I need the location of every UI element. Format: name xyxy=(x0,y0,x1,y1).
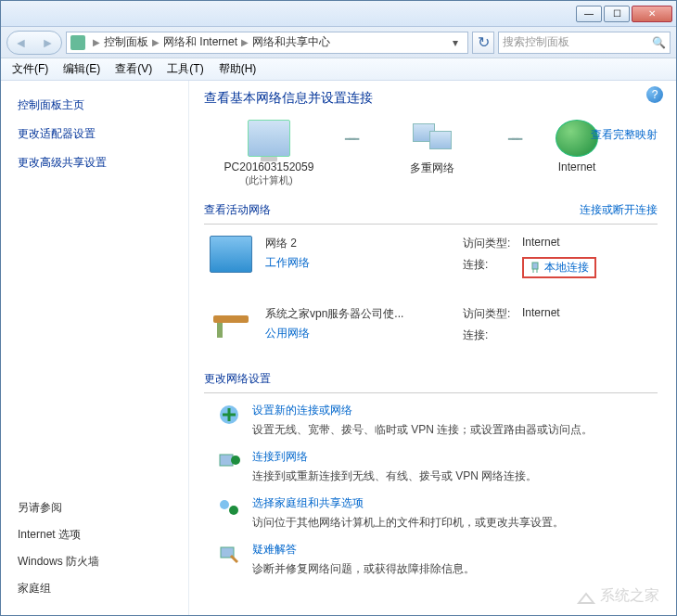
forward-icon[interactable]: ► xyxy=(42,35,55,50)
map-pc-name: PC201603152059 xyxy=(204,160,334,173)
menu-view[interactable]: 查看(V) xyxy=(109,59,158,79)
network-map: 查看完整映射 PC201603152059 (此计算机) ━━━ 多重网络 ━━… xyxy=(204,120,658,187)
help-icon[interactable]: ? xyxy=(646,86,663,103)
connect-network-icon xyxy=(217,449,241,473)
svg-point-6 xyxy=(220,500,229,509)
sidebar-link-sharing[interactable]: 更改高级共享设置 xyxy=(18,155,181,171)
access-type-label: 访问类型: xyxy=(463,236,522,251)
maximize-button[interactable]: ☐ xyxy=(604,6,630,22)
connection-label: 连接: xyxy=(463,257,522,278)
body: 控制面板主页 更改适配器设置 更改高级共享设置 另请参阅 Internet 选项… xyxy=(1,81,676,615)
troubleshoot-icon xyxy=(217,542,241,566)
change-settings-heading: 更改网络设置 xyxy=(204,366,658,393)
breadcrumb-item[interactable]: 控制面板 xyxy=(104,34,148,50)
setting-label: 设置新的连接或网络 xyxy=(252,403,593,418)
connection-label: 连接: xyxy=(463,327,522,343)
map-internet-label: Internet xyxy=(530,160,623,173)
network-icon xyxy=(210,236,252,273)
setting-label: 连接到网络 xyxy=(252,449,537,465)
setting-desc: 设置无线、宽带、拨号、临时或 VPN 连接；或设置路由器或访问点。 xyxy=(252,422,593,438)
see-also-homegroup[interactable]: 家庭组 xyxy=(18,581,181,597)
breadcrumb-icon xyxy=(70,35,85,50)
ethernet-icon xyxy=(530,262,541,275)
setting-label: 疑难解答 xyxy=(252,542,475,558)
search-icon: 🔍 xyxy=(652,36,666,49)
homegroup-icon xyxy=(217,495,241,520)
menu-edit[interactable]: 编辑(E) xyxy=(57,59,106,79)
setting-desc: 访问位于其他网络计算机上的文件和打印机，或更改共享设置。 xyxy=(252,515,564,531)
network-row: 网络 2 工作网络 访问类型:Internet 连接: 本地连接 xyxy=(204,225,658,295)
nav-back-forward[interactable]: ◄► xyxy=(6,31,62,55)
setting-desc: 诊断并修复网络问题，或获得故障排除信息。 xyxy=(252,561,475,577)
map-pc-sub: (此计算机) xyxy=(204,173,334,187)
breadcrumb-item[interactable]: 网络和 Internet xyxy=(163,34,237,50)
network-name: 网络 2 xyxy=(265,236,463,251)
main-panel: ? 查看基本网络信息并设置连接 查看完整映射 PC201603152059 (此… xyxy=(188,81,676,615)
new-connection-icon xyxy=(217,403,241,427)
watermark: 系统之家 xyxy=(576,586,659,606)
page-heading: 查看基本网络信息并设置连接 xyxy=(204,90,658,107)
connection-value xyxy=(522,327,658,343)
close-button[interactable]: ✕ xyxy=(632,6,672,22)
sidebar: 控制面板主页 更改适配器设置 更改高级共享设置 另请参阅 Internet 选项… xyxy=(1,81,188,615)
multi-network-icon xyxy=(411,120,453,157)
connect-disconnect-link[interactable]: 连接或断开连接 xyxy=(580,202,658,218)
menu-file[interactable]: 文件(F) xyxy=(6,59,54,79)
network-type-link[interactable]: 公用网络 xyxy=(265,327,310,340)
network-type-link[interactable]: 工作网络 xyxy=(265,256,310,269)
network-row: 系统之家vpn服务器公司使... 公用网络 访问类型:Internet 连接: xyxy=(204,295,658,360)
watermark-text: 系统之家 xyxy=(600,586,659,606)
minimize-button[interactable]: — xyxy=(576,6,602,22)
setting-connect-network[interactable]: 连接到网络连接到或重新连接到无线、有线、拨号或 VPN 网络连接。 xyxy=(204,440,658,486)
computer-icon xyxy=(248,120,290,157)
refresh-button[interactable]: ↻ xyxy=(472,32,494,54)
access-type-label: 访问类型: xyxy=(463,306,522,322)
see-also-firewall[interactable]: Windows 防火墙 xyxy=(18,554,181,570)
access-type-value: Internet xyxy=(522,236,658,251)
refresh-icon: ↻ xyxy=(478,33,490,51)
svg-point-7 xyxy=(229,506,238,515)
chevron-right-icon[interactable]: ▶ xyxy=(93,37,100,47)
svg-rect-0 xyxy=(532,263,538,269)
breadcrumb-item[interactable]: 网络和共享中心 xyxy=(252,34,330,50)
search-placeholder: 搜索控制面板 xyxy=(503,34,569,50)
map-multi-network[interactable]: 多重网络 xyxy=(367,120,497,176)
map-connector-icon: ━━━ xyxy=(497,120,530,146)
back-icon[interactable]: ◄ xyxy=(15,35,28,50)
watermark-icon xyxy=(576,588,596,605)
access-type-value: Internet xyxy=(522,306,658,322)
map-connector-icon: ━━━ xyxy=(334,120,367,146)
view-full-map-link[interactable]: 查看完整映射 xyxy=(591,127,658,143)
map-this-pc[interactable]: PC201603152059 (此计算机) xyxy=(204,120,334,187)
public-network-icon xyxy=(210,306,252,343)
menu-help[interactable]: 帮助(H) xyxy=(213,59,262,79)
search-input[interactable]: 搜索控制面板 🔍 xyxy=(498,32,671,54)
map-multi-label: 多重网络 xyxy=(367,160,497,176)
setting-homegroup[interactable]: 选择家庭组和共享选项访问位于其他网络计算机上的文件和打印机，或更改共享设置。 xyxy=(204,486,658,533)
menu-bar: 文件(F) 编辑(E) 查看(V) 工具(T) 帮助(H) xyxy=(1,58,676,81)
local-connection-link[interactable]: 本地连接 xyxy=(544,260,589,276)
active-networks-heading: 查看活动网络 连接或断开连接 xyxy=(204,197,658,225)
setting-troubleshoot[interactable]: 疑难解答诊断并修复网络问题，或获得故障排除信息。 xyxy=(204,533,658,579)
chevron-right-icon[interactable]: ▶ xyxy=(152,37,160,47)
breadcrumb-dropdown-icon[interactable]: ▾ xyxy=(447,36,464,49)
setting-label: 选择家庭组和共享选项 xyxy=(252,495,564,511)
setting-new-connection[interactable]: 设置新的连接或网络设置无线、宽带、拨号、临时或 VPN 连接；或设置路由器或访问… xyxy=(204,393,658,440)
svg-point-5 xyxy=(231,456,240,465)
active-networks-label: 查看活动网络 xyxy=(204,202,271,218)
network-name: 系统之家vpn服务器公司使... xyxy=(265,306,463,322)
see-also-internet-options[interactable]: Internet 选项 xyxy=(18,527,181,543)
see-also-heading: 另请参阅 xyxy=(18,500,181,516)
svg-rect-4 xyxy=(220,455,233,466)
local-connection-highlight: 本地连接 xyxy=(522,257,596,278)
window-titlebar: — ☐ ✕ xyxy=(1,1,676,27)
sidebar-link-adapter[interactable]: 更改适配器设置 xyxy=(18,126,181,142)
setting-desc: 连接到或重新连接到无线、有线、拨号或 VPN 网络连接。 xyxy=(252,468,537,484)
menu-tools[interactable]: 工具(T) xyxy=(161,59,209,79)
chevron-right-icon[interactable]: ▶ xyxy=(241,37,249,47)
sidebar-home-link[interactable]: 控制面板主页 xyxy=(18,97,181,113)
nav-row: ◄► ▶ 控制面板 ▶ 网络和 Internet ▶ 网络和共享中心 ▾ ↻ 搜… xyxy=(1,27,676,58)
breadcrumb[interactable]: ▶ 控制面板 ▶ 网络和 Internet ▶ 网络和共享中心 ▾ xyxy=(66,32,468,54)
